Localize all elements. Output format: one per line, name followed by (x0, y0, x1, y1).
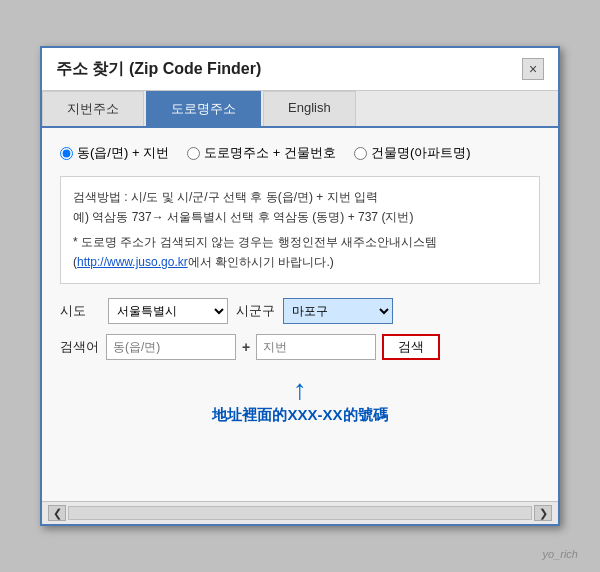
notice-text: * 도로명 주소가 검색되지 않는 경우는 행정인전부 새주소안내시스템 (ht… (73, 232, 527, 273)
scroll-left-arrow[interactable]: ❮ (48, 505, 66, 521)
radio-road[interactable]: 도로명주소 + 건물번호 (187, 144, 336, 162)
content-area: 동(읍/면) + 지번 도로명주소 + 건물번호 건물명(아파트명) 검색방법 … (42, 128, 558, 501)
scrollbar-area: ❮ ❯ (42, 501, 558, 524)
tab-jibun[interactable]: 지번주소 (42, 91, 144, 126)
plus-sign: + (242, 339, 250, 355)
search-button[interactable]: 검색 (382, 334, 440, 360)
district-select[interactable]: 마포구 (283, 298, 393, 324)
tab-bar: 지번주소 도로명주소 English (42, 91, 558, 128)
radio-building-label: 건물명(아파트명) (371, 144, 471, 162)
radio-road-label: 도로명주소 + 건물번호 (204, 144, 336, 162)
method-text: 검색방법 : 시/도 및 시/군/구 선택 후 동(읍/면) + 지번 입력 (73, 187, 527, 207)
close-button[interactable]: × (522, 58, 544, 80)
watermark: yo_rich (543, 548, 578, 560)
search-row: 검색어 + 검색 (60, 334, 540, 360)
scroll-track[interactable] (68, 506, 532, 520)
tab-road[interactable]: 도로명주소 (146, 91, 261, 126)
search-label: 검색어 (60, 338, 100, 356)
location-row: 시도 서울특별시 시군구 마포구 (60, 298, 540, 324)
juso-link[interactable]: http://www.juso.go.kr (77, 255, 188, 269)
scroll-right-arrow[interactable]: ❯ (534, 505, 552, 521)
arrow-up-icon: ↑ (293, 376, 307, 404)
jibun-input[interactable] (256, 334, 376, 360)
search-type-group: 동(읍/면) + 지번 도로명주소 + 건물번호 건물명(아파트명) (60, 144, 540, 162)
example-text: 예) 역삼동 737→ 서울특별시 선택 후 역삼동 (동명) + 737 (지… (73, 207, 527, 227)
annotation-text: 地址裡面的XXX-XX的號碼 (212, 406, 387, 425)
annotation-area: ↑ 地址裡面的XXX-XX的號碼 (60, 376, 540, 425)
radio-jibun-label: 동(읍/면) + 지번 (77, 144, 169, 162)
city-label: 시도 (60, 302, 100, 320)
dialog-title: 주소 찾기 (Zip Code Finder) (56, 59, 261, 80)
zip-code-dialog: 주소 찾기 (Zip Code Finder) × 지번주소 도로명주소 Eng… (40, 46, 560, 526)
district-label: 시군구 (236, 302, 275, 320)
info-box: 검색방법 : 시/도 및 시/군/구 선택 후 동(읍/면) + 지번 입력 예… (60, 176, 540, 284)
radio-building[interactable]: 건물명(아파트명) (354, 144, 471, 162)
radio-jibun[interactable]: 동(읍/면) + 지번 (60, 144, 169, 162)
title-bar: 주소 찾기 (Zip Code Finder) × (42, 48, 558, 91)
city-select[interactable]: 서울특별시 (108, 298, 228, 324)
tab-english[interactable]: English (263, 91, 356, 126)
dong-input[interactable] (106, 334, 236, 360)
